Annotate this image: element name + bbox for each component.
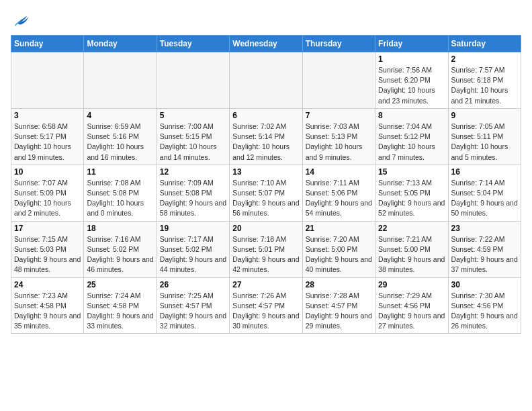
day-info: Sunrise: 7:30 AMSunset: 4:56 PMDaylight:… — [451, 291, 518, 332]
day-number: 12 — [160, 167, 226, 177]
day-info: Sunrise: 7:09 AMSunset: 5:08 PMDaylight:… — [160, 178, 226, 219]
calendar-cell: 15Sunrise: 7:13 AMSunset: 5:05 PMDayligh… — [375, 165, 448, 221]
calendar-cell: 19Sunrise: 7:17 AMSunset: 5:02 PMDayligh… — [157, 221, 229, 277]
calendar-cell: 24Sunrise: 7:23 AMSunset: 4:58 PMDayligh… — [11, 277, 84, 334]
calendar-cell: 10Sunrise: 7:07 AMSunset: 5:09 PMDayligh… — [11, 165, 84, 221]
day-number: 22 — [378, 224, 445, 233]
day-number: 4 — [87, 111, 153, 120]
calendar-header-monday: Monday — [84, 36, 157, 52]
day-info: Sunrise: 7:22 AMSunset: 4:59 PMDaylight:… — [451, 234, 518, 275]
calendar-cell: 23Sunrise: 7:22 AMSunset: 4:59 PMDayligh… — [448, 221, 521, 277]
calendar-header-wednesday: Wednesday — [230, 36, 302, 52]
day-info: Sunrise: 7:15 AMSunset: 5:03 PMDaylight:… — [14, 234, 81, 275]
calendar-week-3: 10Sunrise: 7:07 AMSunset: 5:09 PMDayligh… — [11, 165, 521, 221]
day-number: 27 — [232, 280, 299, 289]
calendar-header-tuesday: Tuesday — [157, 36, 229, 52]
day-info: Sunrise: 7:03 AMSunset: 5:13 PMDaylight:… — [306, 122, 372, 163]
day-info: Sunrise: 7:29 AMSunset: 4:56 PMDaylight:… — [378, 291, 445, 332]
calendar-cell: 25Sunrise: 7:24 AMSunset: 4:58 PMDayligh… — [84, 277, 157, 334]
day-number: 13 — [232, 167, 299, 177]
day-info: Sunrise: 7:04 AMSunset: 5:12 PMDaylight:… — [378, 122, 445, 163]
calendar-header-row: SundayMondayTuesdayWednesdayThursdayFrid… — [11, 36, 521, 52]
day-info: Sunrise: 7:23 AMSunset: 4:58 PMDaylight:… — [14, 291, 81, 332]
calendar-header-saturday: Saturday — [448, 36, 521, 52]
day-number: 6 — [232, 111, 299, 120]
calendar-cell: 22Sunrise: 7:21 AMSunset: 5:00 PMDayligh… — [375, 221, 448, 277]
calendar-cell: 27Sunrise: 7:26 AMSunset: 4:57 PMDayligh… — [230, 277, 302, 334]
day-number: 1 — [378, 54, 445, 64]
day-number: 18 — [87, 224, 153, 233]
day-number: 29 — [378, 280, 445, 289]
day-number: 24 — [14, 280, 81, 289]
day-info: Sunrise: 7:25 AMSunset: 4:57 PMDaylight:… — [160, 291, 226, 332]
calendar-cell — [11, 52, 84, 109]
day-info: Sunrise: 7:24 AMSunset: 4:58 PMDaylight:… — [87, 291, 153, 332]
calendar-cell: 12Sunrise: 7:09 AMSunset: 5:08 PMDayligh… — [157, 165, 229, 221]
day-number: 20 — [232, 224, 299, 233]
day-info: Sunrise: 7:02 AMSunset: 5:14 PMDaylight:… — [232, 122, 299, 163]
calendar-cell: 20Sunrise: 7:18 AMSunset: 5:01 PMDayligh… — [230, 221, 302, 277]
day-info: Sunrise: 6:59 AMSunset: 5:16 PMDaylight:… — [87, 122, 153, 163]
calendar-cell: 26Sunrise: 7:25 AMSunset: 4:57 PMDayligh… — [157, 277, 229, 334]
day-number: 8 — [378, 111, 445, 120]
day-info: Sunrise: 7:08 AMSunset: 5:08 PMDaylight:… — [87, 178, 153, 219]
day-info: Sunrise: 7:14 AMSunset: 5:04 PMDaylight:… — [451, 178, 518, 219]
day-info: Sunrise: 7:07 AMSunset: 5:09 PMDaylight:… — [14, 178, 81, 219]
day-number: 3 — [14, 111, 81, 120]
calendar-header-thursday: Thursday — [302, 36, 375, 52]
calendar-week-5: 24Sunrise: 7:23 AMSunset: 4:58 PMDayligh… — [11, 277, 521, 334]
calendar-cell: 29Sunrise: 7:29 AMSunset: 4:56 PMDayligh… — [375, 277, 448, 334]
day-info: Sunrise: 7:16 AMSunset: 5:02 PMDaylight:… — [87, 234, 153, 275]
day-number: 9 — [451, 111, 518, 120]
calendar-week-1: 1Sunrise: 7:56 AMSunset: 6:20 PMDaylight… — [11, 52, 521, 109]
calendar-cell: 3Sunrise: 6:58 AMSunset: 5:17 PMDaylight… — [11, 108, 84, 165]
day-info: Sunrise: 7:18 AMSunset: 5:01 PMDaylight:… — [232, 234, 299, 275]
calendar-cell: 6Sunrise: 7:02 AMSunset: 5:14 PMDaylight… — [230, 108, 302, 165]
calendar-week-4: 17Sunrise: 7:15 AMSunset: 5:03 PMDayligh… — [11, 221, 521, 277]
calendar-header-friday: Friday — [375, 36, 448, 52]
day-number: 30 — [451, 280, 518, 289]
day-number: 14 — [306, 167, 372, 177]
day-number: 21 — [306, 224, 372, 233]
calendar-header-sunday: Sunday — [11, 36, 84, 52]
day-number: 17 — [14, 224, 81, 233]
day-number: 2 — [451, 54, 518, 64]
day-number: 10 — [14, 167, 81, 177]
day-number: 16 — [451, 167, 518, 177]
calendar-cell: 5Sunrise: 7:00 AMSunset: 5:15 PMDaylight… — [157, 108, 229, 165]
day-info: Sunrise: 7:11 AMSunset: 5:06 PMDaylight:… — [306, 178, 372, 219]
day-number: 19 — [160, 224, 226, 233]
day-info: Sunrise: 7:13 AMSunset: 5:05 PMDaylight:… — [378, 178, 445, 219]
day-number: 11 — [87, 167, 153, 177]
day-info: Sunrise: 7:17 AMSunset: 5:02 PMDaylight:… — [160, 234, 226, 275]
calendar-cell: 13Sunrise: 7:10 AMSunset: 5:07 PMDayligh… — [230, 165, 302, 221]
calendar-cell: 2Sunrise: 7:57 AMSunset: 6:18 PMDaylight… — [448, 52, 521, 109]
calendar: SundayMondayTuesdayWednesdayThursdayFrid… — [11, 35, 521, 334]
logo — [11, 11, 32, 30]
day-info: Sunrise: 7:57 AMSunset: 6:18 PMDaylight:… — [451, 65, 518, 106]
calendar-cell: 7Sunrise: 7:03 AMSunset: 5:13 PMDaylight… — [302, 108, 375, 165]
day-info: Sunrise: 7:26 AMSunset: 4:57 PMDaylight:… — [232, 291, 299, 332]
calendar-cell: 28Sunrise: 7:28 AMSunset: 4:57 PMDayligh… — [302, 277, 375, 334]
calendar-week-2: 3Sunrise: 6:58 AMSunset: 5:17 PMDaylight… — [11, 108, 521, 165]
calendar-cell — [157, 52, 229, 109]
day-info: Sunrise: 7:21 AMSunset: 5:00 PMDaylight:… — [378, 234, 445, 275]
day-number: 15 — [378, 167, 445, 177]
calendar-cell: 18Sunrise: 7:16 AMSunset: 5:02 PMDayligh… — [84, 221, 157, 277]
day-number: 5 — [160, 111, 226, 120]
day-info: Sunrise: 7:28 AMSunset: 4:57 PMDaylight:… — [306, 291, 372, 332]
day-info: Sunrise: 6:58 AMSunset: 5:17 PMDaylight:… — [14, 122, 81, 163]
logo-bird-icon — [11, 11, 30, 30]
calendar-cell: 4Sunrise: 6:59 AMSunset: 5:16 PMDaylight… — [84, 108, 157, 165]
calendar-cell — [302, 52, 375, 109]
calendar-cell: 11Sunrise: 7:08 AMSunset: 5:08 PMDayligh… — [84, 165, 157, 221]
day-info: Sunrise: 7:20 AMSunset: 5:00 PMDaylight:… — [306, 234, 372, 275]
day-info: Sunrise: 7:56 AMSunset: 6:20 PMDaylight:… — [378, 65, 445, 106]
calendar-cell: 14Sunrise: 7:11 AMSunset: 5:06 PMDayligh… — [302, 165, 375, 221]
calendar-cell: 17Sunrise: 7:15 AMSunset: 5:03 PMDayligh… — [11, 221, 84, 277]
calendar-cell — [84, 52, 157, 109]
day-number: 28 — [306, 280, 372, 289]
calendar-cell: 21Sunrise: 7:20 AMSunset: 5:00 PMDayligh… — [302, 221, 375, 277]
header — [11, 11, 521, 30]
calendar-cell: 8Sunrise: 7:04 AMSunset: 5:12 PMDaylight… — [375, 108, 448, 165]
